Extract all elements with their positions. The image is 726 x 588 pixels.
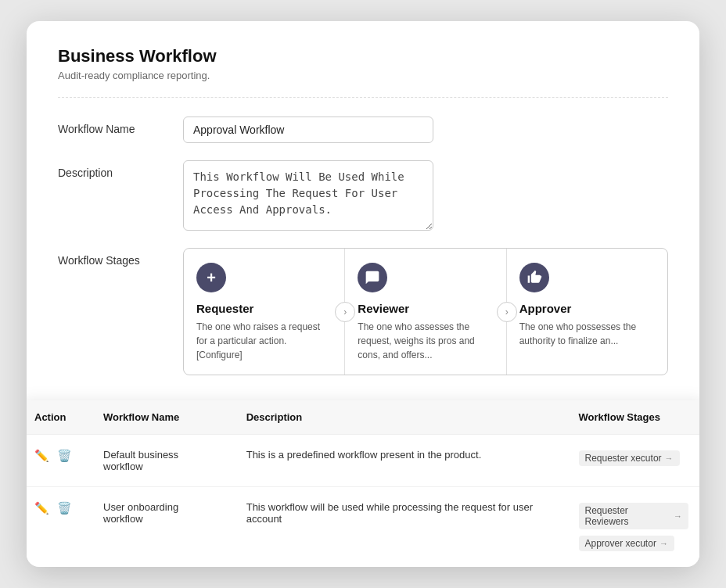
workflow-name-cell-1: Default business workflow bbox=[88, 435, 231, 487]
description-label: Description bbox=[58, 160, 183, 179]
action-cell-1: ✏️ 🗑️ bbox=[27, 435, 88, 487]
description-row: Description This Workflow Will Be Used W… bbox=[58, 160, 668, 231]
requester-icon: + bbox=[196, 263, 226, 292]
stages-row-2: Requester Reviewers → Approver xecutor → bbox=[579, 501, 692, 553]
edit-icon-2[interactable]: ✏️ bbox=[34, 501, 49, 515]
stages-cell-1: Requester xecutor → bbox=[563, 435, 700, 487]
stages-cell-2: Requester Reviewers → Approver xecutor → bbox=[563, 487, 700, 568]
page-title: Business Workflow bbox=[58, 46, 668, 66]
table-row: ✏️ 🗑️ Default business workflow This is … bbox=[27, 435, 699, 487]
badge-arrow-2b: → bbox=[660, 539, 668, 548]
main-card: Business Workflow Audit-ready compliance… bbox=[27, 21, 699, 567]
stage-line-1: Requester xecutor → bbox=[579, 449, 692, 468]
reviewer-desc: The one who assesses the request, weighs… bbox=[358, 320, 493, 362]
stages-container: + Requester The one who raises a request… bbox=[183, 248, 668, 375]
action-icons-2: ✏️ 🗑️ bbox=[34, 501, 72, 515]
workflow-name-label: Workflow Name bbox=[58, 117, 183, 135]
stage-approver: Approver The one who possesses the autho… bbox=[507, 249, 667, 375]
description-cell-1: This is a predefined workflow present in… bbox=[231, 435, 563, 487]
requester-title: Requester bbox=[196, 302, 332, 315]
edit-icon-1[interactable]: ✏️ bbox=[34, 449, 49, 463]
stage-badge-1: Requester xecutor → bbox=[579, 450, 680, 466]
workflow-name-cell-2: User onboarding workflow bbox=[88, 487, 231, 568]
approver-desc: The one who possesses the authority to f… bbox=[519, 320, 655, 348]
stage-arrow-1[interactable]: › bbox=[335, 302, 355, 322]
table-section: Action Workflow Name Description Workflo… bbox=[27, 400, 699, 567]
delete-icon-2[interactable]: 🗑️ bbox=[57, 501, 72, 515]
workflow-name-input[interactable] bbox=[183, 117, 433, 143]
badge-arrow-2a: → bbox=[674, 511, 682, 521]
col-stages: Workflow Stages bbox=[563, 400, 700, 435]
table-card: Action Workflow Name Description Workflo… bbox=[27, 400, 699, 567]
divider bbox=[58, 97, 668, 98]
approver-icon bbox=[519, 263, 549, 292]
stage-reviewer: Reviewer The one who assesses the reques… bbox=[345, 249, 506, 375]
reviewer-title: Reviewer bbox=[358, 302, 493, 315]
action-cell-2: ✏️ 🗑️ bbox=[27, 487, 88, 568]
table-header-row: Action Workflow Name Description Workflo… bbox=[27, 400, 699, 435]
stage-line-2b: Approver xecutor → bbox=[579, 534, 692, 553]
col-action: Action bbox=[27, 400, 88, 435]
stage-line-2a: Requester Reviewers → bbox=[579, 501, 692, 531]
approver-title: Approver bbox=[519, 302, 655, 315]
workflows-table: Action Workflow Name Description Workflo… bbox=[27, 400, 699, 567]
table-row: ✏️ 🗑️ User onboarding workflow This work… bbox=[27, 487, 699, 568]
form-section: Business Workflow Audit-ready compliance… bbox=[27, 21, 699, 408]
workflow-name-row: Workflow Name bbox=[58, 117, 668, 143]
stages-row: Workflow Stages + Requester The one who … bbox=[58, 248, 668, 375]
page-subtitle: Audit-ready compliance reporting. bbox=[58, 70, 668, 81]
description-textarea[interactable]: This Workflow Will Be Used While Process… bbox=[183, 160, 433, 231]
stage-requester: + Requester The one who raises a request… bbox=[184, 249, 345, 375]
stage-badge-2b: Approver xecutor → bbox=[579, 536, 674, 551]
table-wrapper: Action Workflow Name Description Workflo… bbox=[27, 400, 699, 567]
requester-desc: The one who raises a request for a parti… bbox=[196, 320, 332, 362]
stage-badge-2a: Requester Reviewers → bbox=[579, 503, 689, 529]
stage-arrow-2[interactable]: › bbox=[497, 302, 517, 322]
description-cell-2: This workflow will be used while process… bbox=[231, 487, 563, 568]
delete-icon-1[interactable]: 🗑️ bbox=[57, 449, 72, 463]
stages-label: Workflow Stages bbox=[58, 248, 183, 267]
reviewer-icon bbox=[358, 263, 387, 292]
col-workflow-name: Workflow Name bbox=[88, 400, 231, 435]
badge-arrow-1: → bbox=[665, 454, 674, 463]
action-icons-1: ✏️ 🗑️ bbox=[34, 449, 72, 463]
col-description: Description bbox=[231, 400, 563, 435]
